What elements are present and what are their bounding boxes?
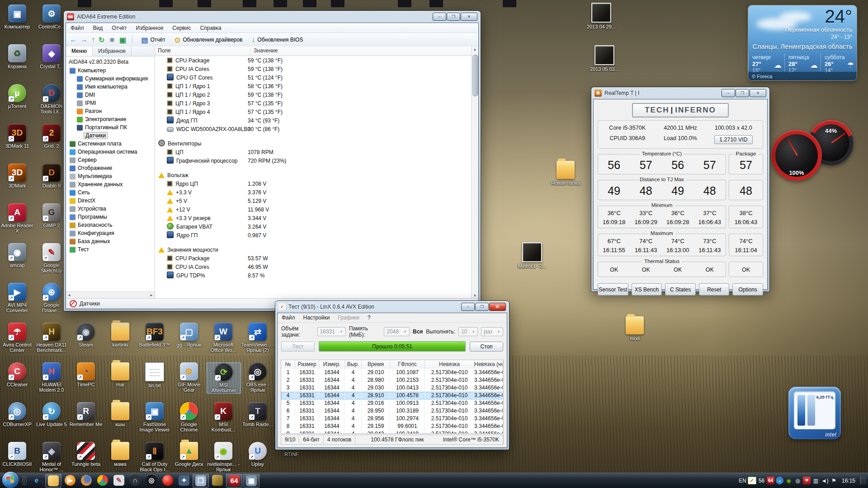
desktop-icon[interactable]: ◉ amcap [0, 243, 34, 268]
sensor-row[interactable]: CPU Package59 °C (138 °F) [155, 56, 464, 65]
tree-item[interactable]: DirectX [68, 197, 153, 205]
clock[interactable]: 16:15 [842, 478, 855, 484]
desktop-icon[interactable] [493, 0, 526, 7]
sensor-row[interactable]: Значения мощности [155, 246, 464, 254]
sensor-row[interactable]: Вентиляторы [155, 140, 464, 148]
minimize-button[interactable]: – [461, 303, 475, 311]
desktop-icon[interactable]: ◉ nvidiaInspe... - Ярлык [207, 442, 240, 472]
table-row[interactable]: 71633116344428.956100.29742.517304e-0103… [281, 415, 503, 422]
desktop-icon[interactable]: ✎ Google SketchUp [35, 243, 68, 273]
desktop-icon[interactable]: D DAEMON Tools Lit... [35, 84, 68, 114]
taskbar-button[interactable] [45, 474, 61, 488]
scrollbar-thumb[interactable] [472, 55, 478, 96]
tab-menu[interactable]: Меню [66, 47, 93, 56]
desktop-icon[interactable]: RTINF [275, 450, 308, 457]
sensor-vertical-scrollbar[interactable]: ▲▼ [471, 47, 478, 299]
sensor-row[interactable]: WDC WD5000AZRX-00A8LB030 °C (86 °F) [155, 125, 464, 134]
tree-item[interactable]: Отображение [68, 164, 153, 172]
sensor-row[interactable]: +12 V11.968 V [155, 206, 464, 214]
tree-item[interactable]: Сеть [68, 188, 153, 197]
desktop-icon[interactable]: C CCleaner [0, 362, 34, 387]
weather-gadget[interactable]: 24° Переменная облачность 24° - 13° Слан… [748, 5, 857, 80]
tree-item[interactable]: Мультимедиа [68, 172, 153, 180]
table-row[interactable]: 31633116344429.030100.04132.517304e-0103… [281, 384, 503, 392]
close-button[interactable]: ✕ [489, 303, 506, 311]
tree-item[interactable]: Суммарная информация [68, 75, 153, 83]
forecast-day[interactable]: пятница 28° 17° ☁ [784, 53, 821, 71]
desktop-icon[interactable]: 3D 3DMark 11 [0, 124, 34, 149]
desktop-icon[interactable]: ☂ Avira Control Center [0, 323, 34, 353]
tree-item[interactable]: IPMI [68, 99, 153, 107]
tab-favorites[interactable]: Избранное [93, 47, 132, 56]
desktop-icon[interactable]: ◆ Crystal T... [35, 44, 68, 69]
sensor-row[interactable] [155, 134, 464, 140]
tray-icon[interactable]: ▥ [812, 477, 820, 484]
tree-item[interactable]: Разгон [68, 107, 153, 115]
desktop-icon[interactable]: 2 Grid. 2 [35, 124, 68, 149]
tree-item[interactable]: Электропитание [68, 115, 153, 123]
desktop-icon[interactable]: G GIMP 2 [35, 203, 68, 228]
tree-item[interactable]: Тест [68, 245, 153, 253]
table-row[interactable]: 81633116344429.15999.60012.517304e-0103.… [281, 422, 503, 430]
tray-icon[interactable]: ☂ [803, 477, 811, 484]
sensor-row[interactable]: Батарея VBAT3.264 V [155, 223, 464, 231]
desktop-icon[interactable]: A Adobe Reader X [0, 203, 34, 234]
desktop-icon[interactable]: ▢ gg - Ярлык [172, 323, 206, 347]
desktop-icon[interactable]: B CLICKBIOSII [0, 442, 34, 467]
sensor-row[interactable]: Ядро ЦП1.208 V [155, 180, 464, 188]
menu-item[interactable]: Справка [200, 25, 221, 31]
sensor-row[interactable]: +3.3 V3.376 V [155, 188, 464, 197]
task-size-combo[interactable]: 16331▼ [317, 327, 346, 336]
sensor-row[interactable]: CPU GT Cores51 °C (124 °F) [155, 74, 464, 82]
minimize-button[interactable]: – [433, 13, 446, 21]
tree-item[interactable]: Компьютер [68, 66, 153, 75]
sensor-row[interactable]: ЦП 1 / Ядро 158 °C (136 °F) [155, 82, 464, 91]
sensor-row[interactable]: CPU Package53.57 W [155, 254, 464, 263]
desktop-icon[interactable]: mar [104, 362, 137, 387]
desktop-icon[interactable] [321, 0, 354, 7]
forecast-day[interactable]: суббота 26° 14° ☂ [821, 53, 857, 71]
taskbar-button[interactable]: ▦ [243, 474, 259, 488]
desktop-icon[interactable]: ◎ OBS.exe - Ярлык [241, 362, 274, 393]
desktop-icon[interactable]: ▣ Компьютер [0, 5, 34, 29]
table-row[interactable]: 11633116344429.010100.10872.517304e-0103… [281, 369, 503, 376]
tray-icon[interactable]: 64 [767, 477, 774, 484]
desktop-icon[interactable]: bn.txt [138, 362, 171, 388]
taskbar-button[interactable]: e [29, 474, 44, 487]
tree-item[interactable]: База данных [68, 237, 153, 245]
table-header-row[interactable]: №РазмерИзмер.Выр.ВремяГФлопсНевязкаНевяз… [281, 360, 503, 369]
bios-updates-button[interactable]: ↓Обновления BIOS [249, 35, 306, 45]
sensor-row[interactable]: ЦП1078 RPM [155, 148, 464, 157]
menu-item[interactable]: Файл [71, 25, 84, 31]
taskbar-button[interactable]: ❐ [193, 474, 209, 488]
realtemp-button[interactable]: XS Bench [632, 283, 662, 296]
show-desktop-button[interactable] [860, 477, 866, 484]
sensor-row[interactable]: CPU IA Cores59 °C (138 °F) [155, 65, 464, 74]
desktop-icon[interactable]: ⚙ ControlCe... [35, 5, 68, 29]
memory-combo[interactable]: 2048▼ [384, 327, 410, 336]
desktop-icon[interactable]: µ µTorrent [0, 84, 34, 109]
menu-item[interactable]: Настройки [303, 314, 330, 321]
table-row[interactable]: 21633116344428.980100.21532.517304e-0103… [281, 376, 503, 384]
close-button[interactable]: ✕ [461, 13, 477, 21]
menu-item[interactable]: Графики [338, 314, 359, 321]
desktop-icon[interactable]: Ⅱ Call of Duty Black Ops I... [138, 442, 171, 472]
test-button[interactable]: Тест [281, 342, 315, 352]
sensor-row[interactable]: Ядро ГП0.987 V [155, 231, 464, 240]
desktop-icon[interactable] [420, 0, 453, 7]
driver-updates-button[interactable]: ⊙Обновления драйверов [172, 35, 245, 45]
sensor-row[interactable]: Диод ГП34 °C (93 °F) [155, 117, 464, 125]
run-count-combo[interactable]: 10▼ [458, 327, 478, 336]
sensor-row[interactable]: +3.3 V резерв3.344 V [155, 214, 464, 223]
desktop-icon[interactable]: ▶ AVI MP4 Converter [0, 283, 34, 313]
sensor-row[interactable] [155, 240, 464, 246]
desktop-icon[interactable]: кшы [104, 402, 137, 427]
close-button[interactable]: ✕ [750, 89, 766, 97]
up-icon[interactable]: ↑ [91, 36, 95, 44]
table-row[interactable]: 51633116344429.016100.09132.517304e-0103… [281, 399, 503, 407]
desktop-icon[interactable]: H HUAWEI Modem 2.0 [35, 362, 68, 393]
sensor-row[interactable]: ЦП 1 / Ядро 357 °C (135 °F) [155, 99, 464, 108]
taskbar-button[interactable]: ● [95, 474, 110, 487]
sensor-columns-header[interactable]: Поле Значение [155, 47, 471, 56]
desktop-icon[interactable]: 2013 04 29... [585, 3, 618, 29]
